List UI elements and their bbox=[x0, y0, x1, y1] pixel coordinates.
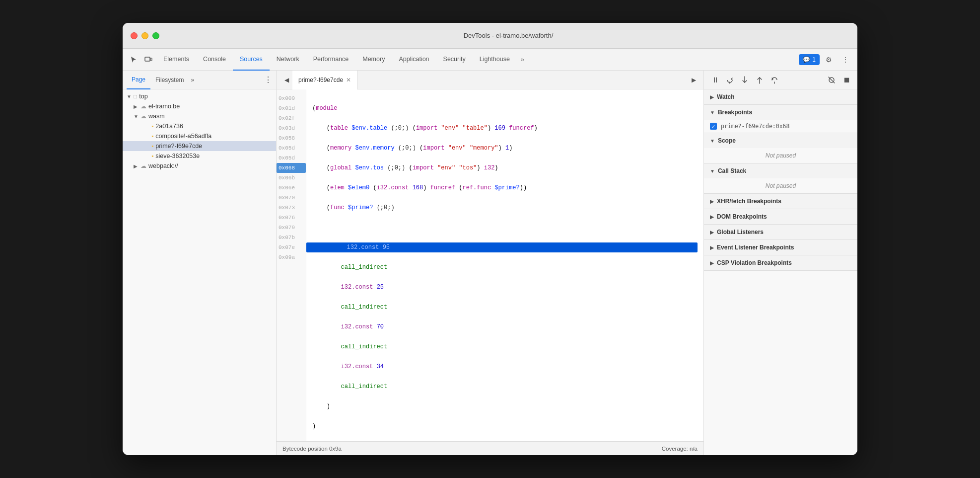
csp-arrow-icon: ▶ bbox=[710, 260, 714, 266]
scope-not-paused: Not paused bbox=[704, 148, 857, 163]
tab-performance[interactable]: Performance bbox=[306, 49, 356, 71]
svg-rect-1 bbox=[150, 58, 152, 61]
close-button[interactable] bbox=[131, 32, 138, 39]
settings-icon[interactable]: ⚙ bbox=[822, 53, 836, 67]
more-options-icon[interactable]: ⋮ bbox=[839, 53, 852, 67]
tab-elements[interactable]: Elements bbox=[156, 49, 196, 71]
xhr-section: ▶ XHR/fetch Breakpoints bbox=[704, 194, 857, 209]
tab-console[interactable]: Console bbox=[196, 49, 233, 71]
tree-label-sieve: sieve-3632053e bbox=[155, 153, 200, 159]
call-stack-label: Call Stack bbox=[718, 167, 746, 174]
main-content: Page Filesystem » ⋮ ▼ □ top ▶ ☁ el-tramo… bbox=[123, 71, 857, 455]
badge-count: 1 bbox=[812, 56, 816, 63]
dom-header[interactable]: ▶ DOM Breakpoints bbox=[704, 209, 857, 224]
line-0x076: 0x076 bbox=[277, 213, 306, 223]
breakpoint-checkbox[interactable]: ✓ bbox=[710, 123, 717, 130]
line-0x05d-1: 0x05d bbox=[277, 143, 306, 153]
tree-item-2a01[interactable]: ▶ ▪ 2a01a736 bbox=[123, 121, 276, 131]
csp-section: ▶ CSP Violation Breakpoints bbox=[704, 255, 857, 271]
code-line-14: i32.const 34 bbox=[312, 362, 698, 372]
call-stack-section: ▼ Call Stack Not paused bbox=[704, 163, 857, 194]
cloud-icon: ☁ bbox=[140, 103, 146, 110]
code-line-8: i32.const 95 bbox=[306, 242, 698, 252]
tab-application[interactable]: Application bbox=[392, 49, 436, 71]
watch-header[interactable]: ▶ Watch bbox=[704, 89, 857, 104]
xhr-header[interactable]: ▶ XHR/fetch Breakpoints bbox=[704, 194, 857, 209]
deactivate-breakpoints-button[interactable] bbox=[825, 73, 839, 87]
dom-arrow-icon: ▶ bbox=[710, 214, 714, 220]
step-into-button[interactable] bbox=[738, 73, 752, 87]
step-over-button[interactable] bbox=[723, 73, 737, 87]
csp-header[interactable]: ▶ CSP Violation Breakpoints bbox=[704, 255, 857, 270]
console-badge-button[interactable]: 💬 1 bbox=[799, 54, 820, 65]
arrow-right-webpack: ▶ bbox=[134, 163, 140, 169]
stop-button[interactable]: ⏹ bbox=[840, 73, 853, 87]
line-0x03d: 0x03d bbox=[277, 123, 306, 133]
tree-item-top[interactable]: ▼ □ top bbox=[123, 91, 276, 101]
tree-item-prime[interactable]: ▶ ▪ prime?-f69e7cde bbox=[123, 141, 276, 151]
cloud-icon-wasm: ☁ bbox=[140, 113, 146, 120]
code-line-13: call_indirect bbox=[312, 342, 698, 352]
code-line-9: call_indirect bbox=[312, 262, 698, 272]
tab-network[interactable]: Network bbox=[270, 49, 306, 71]
step-out-button[interactable] bbox=[753, 73, 767, 87]
breakpoint-item-1[interactable]: ✓ prime?-f69e7cde:0x68 bbox=[704, 120, 857, 133]
tab-lighthouse[interactable]: Lighthouse bbox=[473, 49, 517, 71]
line-0x07e: 0x07e bbox=[277, 242, 306, 252]
global-listeners-header[interactable]: ▶ Global Listeners bbox=[704, 225, 857, 239]
scope-header[interactable]: ▼ Scope bbox=[704, 133, 857, 148]
panel-menu-icon[interactable]: ⋮ bbox=[264, 75, 272, 84]
bytecode-position: Bytecode position 0x9a bbox=[282, 446, 342, 452]
code-line-3: (memory $env.memory (;0;) (import "env" … bbox=[312, 143, 698, 153]
cloud-icon-webpack: ☁ bbox=[140, 162, 146, 169]
svg-line-6 bbox=[829, 77, 835, 83]
tree-item-eltramo[interactable]: ▶ ☁ el-tramo.be bbox=[123, 101, 276, 111]
panel-tabs-more-icon[interactable]: » bbox=[191, 77, 194, 83]
event-listener-header[interactable]: ▶ Event Listener Breakpoints bbox=[704, 240, 857, 255]
line-0x06b: 0x06b bbox=[277, 173, 306, 183]
tree-item-composite[interactable]: ▶ ▪ composite!-a56adffa bbox=[123, 131, 276, 141]
code-line-4: (global $env.tos (;0;) (import "env" "to… bbox=[312, 163, 698, 173]
xhr-arrow-icon: ▶ bbox=[710, 199, 714, 204]
call-stack-not-paused: Not paused bbox=[704, 178, 857, 193]
maximize-button[interactable] bbox=[152, 32, 159, 39]
tree-label-webpack: webpack:// bbox=[148, 162, 178, 169]
device-toggle-icon[interactable] bbox=[141, 53, 155, 67]
call-stack-arrow-icon: ▼ bbox=[710, 168, 715, 174]
tab-close-icon[interactable]: ✕ bbox=[346, 77, 351, 83]
tab-security[interactable]: Security bbox=[436, 49, 473, 71]
event-label: Event Listener Breakpoints bbox=[717, 244, 794, 251]
right-panel: ⏸ bbox=[703, 71, 857, 455]
tab-sources[interactable]: Sources bbox=[233, 49, 270, 71]
tab-page[interactable]: Page bbox=[127, 71, 150, 89]
editor-tab-prime[interactable]: prime?-f69e7cde ✕ bbox=[292, 71, 357, 89]
line-0x06e: 0x06e bbox=[277, 183, 306, 193]
step-back-button[interactable] bbox=[768, 73, 781, 87]
code-line-1: (module bbox=[312, 103, 698, 113]
call-stack-header[interactable]: ▼ Call Stack bbox=[704, 163, 857, 178]
left-panel: Page Filesystem » ⋮ ▼ □ top ▶ ☁ el-tramo… bbox=[123, 71, 277, 455]
tree-item-sieve[interactable]: ▶ ▪ sieve-3632053e bbox=[123, 151, 276, 161]
line-0x058: 0x058 bbox=[277, 133, 306, 143]
editor-tab-label: prime?-f69e7cde bbox=[298, 77, 343, 83]
file-icon-prime: ▪ bbox=[151, 143, 153, 150]
breakpoints-arrow-icon: ▼ bbox=[710, 110, 715, 115]
tree-item-wasm[interactable]: ▼ ☁ wasm bbox=[123, 111, 276, 121]
window-title: DevTools - el-tramo.be/waforth/ bbox=[167, 32, 849, 39]
tabs-more-icon[interactable]: » bbox=[517, 56, 528, 63]
minimize-button[interactable] bbox=[141, 32, 148, 39]
breakpoints-header[interactable]: ▼ Breakpoints bbox=[704, 105, 857, 120]
cursor-icon[interactable] bbox=[127, 53, 140, 67]
file-icon-composite: ▪ bbox=[151, 133, 153, 140]
code-content[interactable]: (module (table $env.table (;0;) (import … bbox=[306, 89, 703, 441]
scope-label: Scope bbox=[718, 137, 736, 144]
tree-item-webpack[interactable]: ▶ ☁ webpack:// bbox=[123, 161, 276, 171]
tab-filesystem[interactable]: Filesystem bbox=[150, 71, 189, 89]
editor-nav-forward-icon[interactable]: ▶ bbox=[688, 74, 700, 86]
panel-tabs: Page Filesystem » ⋮ bbox=[123, 71, 276, 89]
editor-nav-back-icon[interactable]: ◀ bbox=[280, 74, 292, 86]
tab-memory[interactable]: Memory bbox=[355, 49, 392, 71]
pause-button[interactable]: ⏸ bbox=[708, 73, 722, 87]
line-0x01d: 0x01d bbox=[277, 103, 306, 113]
code-area[interactable]: 0x000 0x01d 0x02f 0x03d 0x058 0x05d 0x05… bbox=[277, 89, 703, 441]
